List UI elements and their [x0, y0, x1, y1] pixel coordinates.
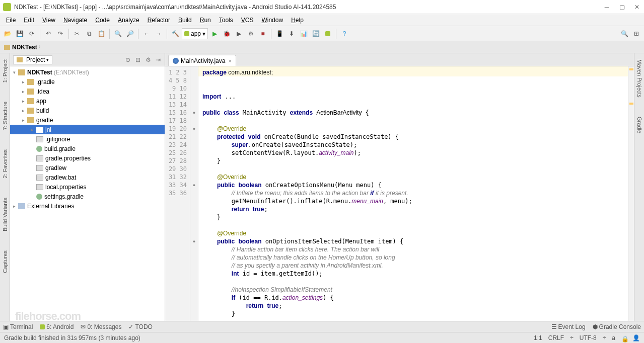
gutter-marks[interactable]: ●●●● [190, 66, 198, 321]
tool-maven-projects[interactable]: Maven Projects [636, 57, 642, 100]
cursor-position[interactable]: 1:1 [534, 334, 542, 341]
stop-icon[interactable]: ■ [257, 28, 268, 39]
make-icon[interactable]: 🔨 [170, 28, 181, 39]
tool-2--favorites[interactable]: 2: Favorites [2, 147, 8, 180]
redo-icon[interactable]: ↷ [55, 28, 66, 39]
run-icon[interactable]: ▶ [209, 28, 220, 39]
tool-7--structure[interactable]: 7: Structure [2, 100, 8, 132]
code-editor[interactable]: 1 2 3 4 5 8 9 10 11 12 13 14 15 16 17 18… [165, 66, 634, 321]
tree-item-build[interactable]: ▸build [10, 106, 165, 115]
hide-icon[interactable]: ⇥ [155, 56, 162, 63]
paste-icon[interactable]: 📋 [96, 28, 107, 39]
tree-item-NDKTest[interactable]: ▾NDKTest(E:\NDKTest) [10, 67, 165, 77]
menu-analyze[interactable]: Analyze [114, 16, 144, 25]
tree-item-settings-gradle[interactable]: settings.gradle [10, 192, 165, 201]
maximize-button[interactable]: ▢ [618, 3, 626, 11]
context-indicator[interactable]: a [612, 334, 615, 341]
hector-icon[interactable]: 👤 [632, 334, 640, 341]
gradle-console-tab[interactable]: ⬢Gradle Console [593, 323, 641, 330]
debug-icon[interactable]: 🐞 [221, 28, 232, 39]
expand-arrow-icon[interactable]: ▸ [22, 89, 27, 94]
expand-arrow-icon[interactable]: ▸ [13, 204, 18, 209]
replace-icon[interactable]: 🔎 [124, 28, 135, 39]
tree-item--gradle[interactable]: ▸.gradle [10, 77, 165, 87]
tree-item-app[interactable]: ▸app [10, 96, 165, 106]
line-separator[interactable]: CRLF [548, 334, 564, 341]
project-tree[interactable]: ▾NDKTest(E:\NDKTest)▸.gradle▸.idea▸app▸b… [10, 66, 165, 321]
menu-vcs[interactable]: VCS [237, 16, 258, 25]
tree-item-local-properties[interactable]: local.properties [10, 182, 165, 192]
scroll-from-source-icon[interactable]: ⊙ [124, 56, 131, 63]
menu-view[interactable]: View [38, 16, 59, 25]
sync-gradle-icon[interactable]: 🔄 [310, 28, 321, 39]
tree-item-gradlew[interactable]: gradlew [10, 163, 165, 173]
tree-item-jni[interactable]: ▸jni [10, 125, 165, 134]
menu-navigate[interactable]: Navigate [59, 16, 91, 25]
undo-icon[interactable]: ↶ [43, 28, 54, 39]
attach-debugger-icon[interactable]: ⚙ [245, 28, 256, 39]
error-stripe[interactable] [628, 66, 634, 321]
tree-item-External Libraries[interactable]: ▸External Libraries [10, 201, 165, 211]
expand-arrow-icon[interactable]: ▸ [22, 118, 27, 123]
warning-marker[interactable] [629, 103, 633, 105]
project-view-selector[interactable]: Project ▾ [13, 55, 52, 64]
search-everywhere-icon[interactable]: 🔍 [619, 28, 630, 39]
avd-manager-icon[interactable]: 📱 [274, 28, 285, 39]
nav-root[interactable]: NDKTest [12, 44, 37, 51]
menu-help[interactable]: Help [287, 16, 308, 25]
forward-icon[interactable]: → [153, 28, 164, 39]
tree-item--idea[interactable]: ▸.idea [10, 87, 165, 96]
code-text[interactable]: package com.aru.ndktest; import ... publ… [198, 66, 628, 321]
file-encoding[interactable]: UTF-8 [580, 334, 597, 341]
todo-tab[interactable]: ✓TODO [128, 323, 152, 330]
tree-item-gradle-properties[interactable]: gradle.properties [10, 153, 165, 163]
expand-arrow-icon[interactable]: ▸ [22, 99, 27, 104]
expand-arrow-icon[interactable]: ▾ [13, 70, 18, 75]
tab-mainactivity[interactable]: MainActivity.java × [168, 55, 236, 66]
android-tab[interactable]: 6: Android [40, 323, 74, 330]
collapse-all-icon[interactable]: ⊟ [134, 56, 141, 63]
android-device-icon[interactable] [322, 28, 333, 39]
help-icon[interactable]: ? [339, 28, 350, 39]
line-gutter[interactable]: 1 2 3 4 5 8 9 10 11 12 13 14 15 16 17 18… [165, 66, 190, 321]
tree-item-build-gradle[interactable]: build.gradle [10, 144, 165, 153]
menu-refactor[interactable]: Refactor [144, 16, 174, 25]
tree-item-gradlew-bat[interactable]: gradlew.bat [10, 173, 165, 182]
close-tab-icon[interactable]: × [228, 58, 231, 64]
back-icon[interactable]: ← [141, 28, 152, 39]
eventlog-tab[interactable]: ☰Event Log [551, 323, 586, 330]
expand-arrow-icon[interactable]: ▸ [22, 79, 27, 84]
tool-build-variants[interactable]: Build Variants [2, 196, 8, 233]
settings-gear-icon[interactable]: ⚙ [145, 56, 152, 63]
menu-window[interactable]: Window [257, 16, 287, 25]
close-button[interactable]: ✕ [633, 3, 641, 11]
open-icon[interactable]: 📂 [2, 28, 13, 39]
menu-build[interactable]: Build [174, 16, 196, 25]
terminal-tab[interactable]: ▣Terminal [3, 323, 33, 330]
menu-run[interactable]: Run [196, 16, 215, 25]
tool-captures[interactable]: Captures [2, 248, 8, 275]
tool-gradle[interactable]: Gradle [636, 115, 642, 135]
cut-icon[interactable]: ✂ [71, 28, 83, 39]
settings-icon[interactable]: ⊞ [631, 28, 642, 39]
save-icon[interactable]: 💾 [14, 28, 25, 39]
expand-arrow-icon[interactable]: ▸ [31, 127, 36, 132]
tree-item-gradle[interactable]: ▸gradle [10, 115, 165, 125]
run-coverage-icon[interactable]: ▶ [233, 28, 244, 39]
minimize-button[interactable]: ─ [603, 3, 611, 11]
copy-icon[interactable]: ⧉ [84, 28, 95, 39]
warning-marker[interactable] [629, 68, 633, 70]
menu-file[interactable]: File [2, 16, 20, 25]
find-icon[interactable]: 🔍 [112, 28, 123, 39]
menu-code[interactable]: Code [91, 16, 114, 25]
tool-1--project[interactable]: 1: Project [2, 57, 8, 84]
menu-tools[interactable]: Tools [215, 16, 237, 25]
expand-arrow-icon[interactable]: ▸ [22, 108, 27, 113]
sdk-manager-icon[interactable]: ⬇ [286, 28, 297, 39]
run-config-selector[interactable]: app ▾ [182, 28, 208, 39]
messages-tab[interactable]: ✉0: Messages [81, 323, 121, 330]
menu-edit[interactable]: Edit [20, 16, 38, 25]
lock-icon[interactable]: 🔒 [621, 335, 626, 340]
ddms-icon[interactable]: 📊 [298, 28, 309, 39]
tree-item--gitignore[interactable]: .gitignore [10, 134, 165, 144]
